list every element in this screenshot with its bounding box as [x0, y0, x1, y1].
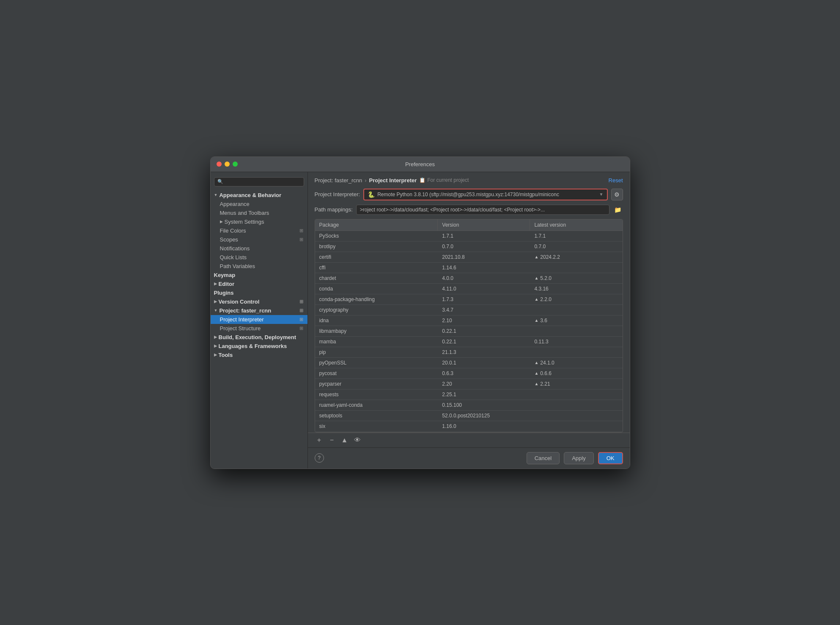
sidebar-item-plugins[interactable]: Plugins — [211, 288, 307, 297]
cell-latest — [530, 305, 622, 315]
sidebar-item-label: Appearance — [220, 201, 250, 207]
sidebar: 🔍 ▼ Appearance & Behavior Appearance Men… — [211, 172, 308, 469]
cell-latest — [530, 389, 622, 400]
cell-version: 4.0.0 — [438, 273, 530, 283]
sidebar-item-appearance-behavior[interactable]: ▼ Appearance & Behavior — [211, 191, 307, 200]
path-mappings-value: >roject root>->/data/cloud/fast; <Projec… — [356, 205, 609, 215]
sidebar-item-build[interactable]: ▶ Build, Execution, Deployment — [211, 333, 307, 342]
cell-version: 52.0.0.post20210125 — [438, 411, 530, 421]
table-row[interactable]: certifi2021.10.8▲ 2024.2.2 — [315, 252, 623, 263]
sidebar-item-path-variables[interactable]: Path Variables — [211, 262, 307, 271]
remove-package-button[interactable]: − — [327, 436, 337, 445]
table-row[interactable]: PySocks1.7.11.7.1 — [315, 231, 623, 241]
sidebar-item-label: Editor — [219, 281, 235, 287]
cell-package: pycparser — [315, 379, 438, 389]
table-row[interactable]: libmambapy0.22.1 — [315, 326, 623, 337]
traffic-lights — [217, 162, 238, 167]
table-row[interactable]: pycparser2.20▲ 2.21 — [315, 379, 623, 389]
sidebar-item-system-settings[interactable]: ▶ System Settings — [211, 217, 307, 226]
expand-icon: ▶ — [214, 353, 217, 357]
folder-button[interactable]: 📁 — [613, 205, 623, 215]
show-info-button[interactable]: 👁 — [353, 436, 362, 445]
help-button[interactable]: ? — [315, 453, 324, 463]
table-row[interactable]: pip21.1.3 — [315, 347, 623, 358]
table-row[interactable]: cffi1.14.6 — [315, 263, 623, 273]
cell-package: ruamel-yaml-conda — [315, 400, 438, 410]
expand-icon: ▶ — [214, 344, 217, 348]
close-button[interactable] — [217, 162, 222, 167]
minimize-button[interactable] — [225, 162, 230, 167]
table-row[interactable]: pyOpenSSL20.0.1▲ 24.1.0 — [315, 358, 623, 368]
sidebar-item-project[interactable]: ▼ Project: faster_rcnn ⊞ — [211, 306, 307, 315]
cell-version: 1.16.0 — [438, 421, 530, 431]
interpreter-dropdown[interactable]: 🐍 Remote Python 3.8.10 (sftp://mist@gpu2… — [363, 189, 607, 200]
search-bar[interactable]: 🔍 — [214, 177, 304, 186]
cancel-button[interactable]: Cancel — [527, 452, 560, 464]
cell-package: brotlipy — [315, 241, 438, 252]
cell-latest — [530, 347, 622, 357]
reset-button[interactable]: Reset — [609, 177, 623, 184]
interpreter-row: Project Interpreter: 🐍 Remote Python 3.8… — [308, 187, 630, 203]
upgrade-badge: ▲ 5.2.0 — [534, 275, 618, 281]
sidebar-item-project-interpreter[interactable]: Project Interpreter ⊞ — [211, 315, 307, 324]
cell-package: cffi — [315, 263, 438, 273]
main-panel: Project: faster_rcnn › Project Interpret… — [308, 172, 630, 469]
sidebar-item-label: Appearance & Behavior — [219, 192, 281, 198]
upgrade-arrow-icon: ▲ — [534, 297, 538, 302]
current-project-label: For current project — [427, 177, 469, 183]
cell-latest: ▲ 0.6.6 — [530, 368, 622, 378]
breadcrumb-project: Project: faster_rcnn — [315, 177, 362, 184]
col-latest: Latest version — [530, 219, 622, 230]
sidebar-item-notifications[interactable]: Notifications — [211, 244, 307, 253]
table-row[interactable]: requests2.25.1 — [315, 389, 623, 400]
search-input[interactable] — [225, 179, 301, 185]
sidebar-item-file-colors[interactable]: File Colors ⊞ — [211, 226, 307, 235]
sidebar-item-label: Menus and Toolbars — [220, 210, 269, 216]
table-row[interactable]: chardet4.0.0▲ 5.2.0 — [315, 273, 623, 284]
gear-button[interactable]: ⚙ — [611, 189, 623, 200]
sidebar-item-label: Scopes — [220, 236, 238, 243]
table-row[interactable]: ruamel-yaml-conda0.15.100 — [315, 400, 623, 411]
apply-button[interactable]: Apply — [564, 452, 594, 464]
sidebar-item-appearance[interactable]: Appearance — [211, 200, 307, 208]
table-row[interactable]: six1.16.0 — [315, 421, 623, 432]
table-row[interactable]: conda4.11.04.3.16 — [315, 284, 623, 294]
expand-icon: ▼ — [214, 308, 218, 312]
table-row[interactable]: brotlipy0.7.00.7.0 — [315, 241, 623, 252]
sidebar-item-project-structure[interactable]: Project Structure ⊞ — [211, 324, 307, 333]
sidebar-item-scopes[interactable]: Scopes ⊞ — [211, 235, 307, 244]
expand-icon: ▶ — [214, 299, 217, 304]
cell-version: 1.7.3 — [438, 294, 530, 304]
cell-version: 1.7.1 — [438, 231, 530, 241]
expand-icon: ▶ — [214, 335, 217, 339]
sidebar-item-quick-lists[interactable]: Quick Lists — [211, 253, 307, 262]
cell-latest: ▲ 2.21 — [530, 379, 622, 389]
cell-package: conda-package-handling — [315, 294, 438, 304]
badge-icon: ⊞ — [299, 299, 303, 304]
upgrade-package-button[interactable]: ▲ — [340, 436, 349, 445]
table-row[interactable]: pycosat0.6.3▲ 0.6.6 — [315, 368, 623, 379]
sidebar-item-keymap[interactable]: Keymap — [211, 271, 307, 280]
sidebar-item-languages[interactable]: ▶ Languages & Frameworks — [211, 342, 307, 351]
table-row[interactable]: cryptography3.4.7 — [315, 305, 623, 315]
sidebar-item-version-control[interactable]: ▶ Version Control ⊞ — [211, 297, 307, 306]
sidebar-item-menus-toolbars[interactable]: Menus and Toolbars — [211, 208, 307, 217]
table-row[interactable]: mamba0.22.10.11.3 — [315, 337, 623, 347]
ok-button[interactable]: OK — [598, 452, 623, 464]
interpreter-text: Remote Python 3.8.10 (sftp://mist@gpu253… — [377, 192, 596, 197]
upgrade-badge: ▲ 24.1.0 — [534, 360, 618, 366]
cell-latest: ▲ 3.6 — [530, 315, 622, 326]
cell-latest: ▲ 5.2.0 — [530, 273, 622, 283]
sidebar-item-label: Notifications — [220, 245, 250, 252]
footer-actions: Cancel Apply OK — [527, 452, 623, 464]
cell-package: cryptography — [315, 305, 438, 315]
cell-version: 0.15.100 — [438, 400, 530, 410]
add-package-button[interactable]: + — [315, 436, 324, 445]
maximize-button[interactable] — [233, 162, 238, 167]
table-row[interactable]: conda-package-handling1.7.3▲ 2.2.0 — [315, 294, 623, 305]
sidebar-item-tools[interactable]: ▶ Tools — [211, 351, 307, 359]
table-row[interactable]: idna2.10▲ 3.6 — [315, 315, 623, 326]
table-row[interactable]: setuptools52.0.0.post20210125 — [315, 411, 623, 421]
sidebar-item-editor[interactable]: ▶ Editor — [211, 280, 307, 288]
table-row[interactable]: tqdm4.61.2 — [315, 432, 623, 432]
